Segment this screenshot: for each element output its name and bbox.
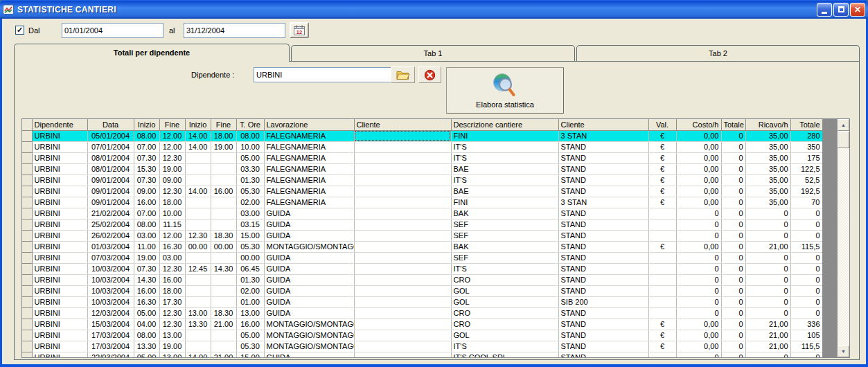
table-cell[interactable]: 16.00 xyxy=(134,285,159,296)
row-selector[interactable] xyxy=(22,130,32,141)
table-cell[interactable]: 00.00 xyxy=(236,252,264,263)
table-cell[interactable]: 09.00 xyxy=(159,174,185,186)
table-cell[interactable]: 12.30 xyxy=(159,186,185,197)
table-cell[interactable]: IT'S xyxy=(451,174,558,186)
table-cell[interactable] xyxy=(354,252,451,263)
table-cell[interactable]: 0 xyxy=(721,241,745,252)
table-cell[interactable]: STAND xyxy=(558,307,648,319)
table-cell[interactable] xyxy=(211,330,236,341)
table-cell[interactable]: GUIDA xyxy=(264,285,354,296)
row-selector[interactable] xyxy=(22,296,32,307)
table-cell[interactable]: 0 xyxy=(721,219,745,230)
scroll-down-button[interactable]: ▼ xyxy=(838,346,849,357)
table-cell[interactable]: BAE xyxy=(451,186,558,197)
table-cell[interactable]: FALEGNAMERIA xyxy=(264,130,354,141)
table-cell[interactable]: 0 xyxy=(721,197,745,208)
table-cell[interactable]: 08.00 xyxy=(236,130,264,141)
table-cell[interactable]: € xyxy=(648,319,676,330)
table-cell[interactable]: 10/03/2004 xyxy=(87,285,134,296)
table-cell[interactable]: 280 xyxy=(790,130,822,141)
table-cell[interactable] xyxy=(354,152,451,163)
table-cell[interactable]: 19.00 xyxy=(159,341,185,352)
table-cell[interactable]: 13.00 xyxy=(159,352,185,358)
table-cell[interactable]: € xyxy=(648,163,676,174)
table-cell[interactable]: 01.30 xyxy=(236,174,264,186)
close-button[interactable]: ✕ xyxy=(850,3,865,17)
scroll-thumb[interactable] xyxy=(838,132,849,148)
table-cell[interactable]: 21,00 xyxy=(745,241,790,252)
table-cell[interactable]: URBINI xyxy=(32,186,87,197)
table-cell[interactable]: 03.30 xyxy=(236,163,264,174)
table-cell[interactable]: € xyxy=(648,186,676,197)
table-cell[interactable]: 0 xyxy=(721,352,745,358)
table-cell[interactable]: URBINI xyxy=(32,141,87,152)
table-cell[interactable]: 0 xyxy=(676,252,721,263)
row-selector[interactable] xyxy=(22,352,32,358)
table-cell[interactable]: 0 xyxy=(721,263,745,274)
table-cell[interactable]: 09.00 xyxy=(134,186,159,197)
column-header[interactable]: Inizio xyxy=(185,119,211,130)
table-cell[interactable]: 05.00 xyxy=(134,352,159,358)
row-selector[interactable] xyxy=(22,330,32,341)
table-cell[interactable]: URBINI xyxy=(32,274,87,285)
table-cell[interactable]: 35,00 xyxy=(745,186,790,197)
table-cell[interactable]: 10.00 xyxy=(159,208,185,219)
table-cell[interactable]: GUIDA xyxy=(264,208,354,219)
table-cell[interactable]: 0 xyxy=(721,174,745,186)
table-cell[interactable]: 15.00 xyxy=(236,230,264,241)
table-cell[interactable]: SEF xyxy=(451,230,558,241)
table-cell[interactable] xyxy=(211,163,236,174)
table-cell[interactable]: 0 xyxy=(676,230,721,241)
table-cell[interactable]: 0,00 xyxy=(676,174,721,186)
table-cell[interactable]: 05.30 xyxy=(236,241,264,252)
table-cell[interactable]: 05.00 xyxy=(236,330,264,341)
table-cell[interactable]: 52,5 xyxy=(790,174,822,186)
table-cell[interactable] xyxy=(185,152,211,163)
dipendente-input[interactable] xyxy=(254,67,400,82)
table-cell[interactable]: MONTAGGIO/SMONTAGGIO xyxy=(264,330,354,341)
table-cell[interactable]: 0 xyxy=(721,341,745,352)
table-cell[interactable]: GOL xyxy=(451,285,558,296)
table-cell[interactable]: 175 xyxy=(790,152,822,163)
table-cell[interactable]: 0 xyxy=(790,296,822,307)
row-selector[interactable] xyxy=(22,307,32,319)
table-cell[interactable]: 07/01/2004 xyxy=(87,141,134,152)
row-selector[interactable] xyxy=(22,341,32,352)
table-cell[interactable]: 0 xyxy=(721,152,745,163)
table-cell[interactable]: FALEGNAMERIA xyxy=(264,141,354,152)
table-cell[interactable]: 0 xyxy=(745,274,790,285)
table-cell[interactable]: 08/01/2004 xyxy=(87,152,134,163)
table-cell[interactable]: STAND xyxy=(558,285,648,296)
table-cell[interactable]: URBINI xyxy=(32,296,87,307)
table-cell[interactable]: URBINI xyxy=(32,130,87,141)
table-cell[interactable]: 05.30 xyxy=(236,186,264,197)
column-header[interactable]: Costo/h xyxy=(676,119,721,130)
row-selector[interactable] xyxy=(22,285,32,296)
table-cell[interactable] xyxy=(354,274,451,285)
table-cell[interactable]: 13.00 xyxy=(159,330,185,341)
table-cell[interactable]: GUIDA xyxy=(264,296,354,307)
table-cell[interactable] xyxy=(354,230,451,241)
table-cell[interactable]: 18.30 xyxy=(211,307,236,319)
row-selector[interactable] xyxy=(22,319,32,330)
table-cell[interactable] xyxy=(185,330,211,341)
table-cell[interactable] xyxy=(354,219,451,230)
table-cell[interactable] xyxy=(648,208,676,219)
table-cell[interactable]: 35,00 xyxy=(745,163,790,174)
table-cell[interactable]: 0 xyxy=(721,252,745,263)
table-cell[interactable]: 0 xyxy=(745,307,790,319)
table-cell[interactable]: STAND xyxy=(558,163,648,174)
table-cell[interactable]: STAND xyxy=(558,141,648,152)
table-cell[interactable] xyxy=(354,141,451,152)
maximize-button[interactable] xyxy=(833,3,849,17)
table-cell[interactable]: 15.00 xyxy=(236,352,264,358)
table-cell[interactable]: 35,00 xyxy=(745,152,790,163)
table-cell[interactable] xyxy=(648,230,676,241)
table-cell[interactable]: IT'S xyxy=(451,152,558,163)
date-to-input[interactable] xyxy=(184,23,285,38)
table-cell[interactable]: 12.30 xyxy=(159,152,185,163)
table-cell[interactable]: 0 xyxy=(721,130,745,141)
table-cell[interactable]: 16.30 xyxy=(159,241,185,252)
table-cell[interactable]: GUIDA xyxy=(264,252,354,263)
column-header[interactable]: Dipendente xyxy=(32,119,87,130)
